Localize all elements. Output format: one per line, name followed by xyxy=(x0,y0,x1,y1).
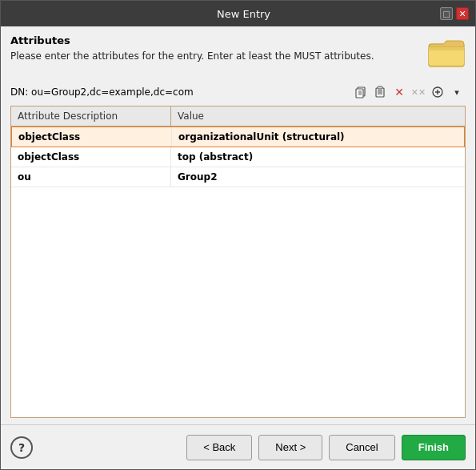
svg-rect-3 xyxy=(429,47,464,50)
finish-button[interactable]: Finish xyxy=(402,435,466,460)
title-bar: New Entry □ ✕ xyxy=(1,1,475,26)
attributes-title: Attributes xyxy=(10,34,427,46)
table-row[interactable]: objectClassorganizationalUnit (structura… xyxy=(11,127,465,147)
toolbar-delete-all-icon[interactable]: ✕✕ xyxy=(410,83,427,101)
table-header: Attribute Description Value xyxy=(11,106,465,127)
toolbar-copy-icon[interactable] xyxy=(352,83,370,101)
folder-icon xyxy=(427,34,466,72)
col-header-attribute: Attribute Description xyxy=(11,106,171,126)
toolbar-paste-icon[interactable] xyxy=(371,83,389,101)
minimize-button[interactable]: □ xyxy=(440,7,453,20)
header-text: Attributes Please enter the attributes f… xyxy=(10,34,427,63)
header-area: Attributes Please enter the attributes f… xyxy=(10,34,466,72)
attribute-table: Attribute Description Value objectClasso… xyxy=(10,106,466,418)
window-controls: □ ✕ xyxy=(440,7,469,20)
toolbar-icons: ✕ ✕✕ ▾ xyxy=(352,83,466,101)
main-content: Attributes Please enter the attributes f… xyxy=(1,26,475,424)
col-header-value: Value xyxy=(171,106,465,126)
attr-cell: objectClass xyxy=(12,127,172,147)
value-cell: organizationalUnit (structural) xyxy=(172,127,464,147)
table-row[interactable]: ouGroup2 xyxy=(11,167,465,187)
value-cell: Group2 xyxy=(171,167,465,187)
toolbar-add-icon[interactable] xyxy=(429,83,446,101)
close-button[interactable]: ✕ xyxy=(456,7,469,20)
dialog-window: New Entry □ ✕ Attributes Please enter th… xyxy=(0,0,476,470)
cancel-button[interactable]: Cancel xyxy=(329,435,394,460)
attr-cell: ou xyxy=(11,167,171,187)
table-body: objectClassorganizationalUnit (structura… xyxy=(11,127,465,417)
table-row[interactable]: objectClasstop (abstract) xyxy=(11,147,465,167)
toolbar-delete-icon[interactable]: ✕ xyxy=(390,83,408,101)
back-button[interactable]: < Back xyxy=(186,435,252,460)
svg-rect-10 xyxy=(378,86,382,89)
attributes-description: Please enter the attributes for the entr… xyxy=(10,50,427,63)
footer: ? < Back Next > Cancel Finish xyxy=(1,424,475,469)
toolbar-dropdown-icon[interactable]: ▾ xyxy=(448,83,466,101)
attr-cell: objectClass xyxy=(11,147,171,167)
dialog-title: New Entry xyxy=(47,8,440,20)
dn-bar: DN: ou=Group2,dc=example,dc=com ✕ ✕✕ xyxy=(10,80,466,104)
dn-text: DN: ou=Group2,dc=example,dc=com xyxy=(10,86,349,98)
value-cell: top (abstract) xyxy=(171,147,465,167)
next-button[interactable]: Next > xyxy=(258,435,322,460)
help-button[interactable]: ? xyxy=(10,436,33,459)
